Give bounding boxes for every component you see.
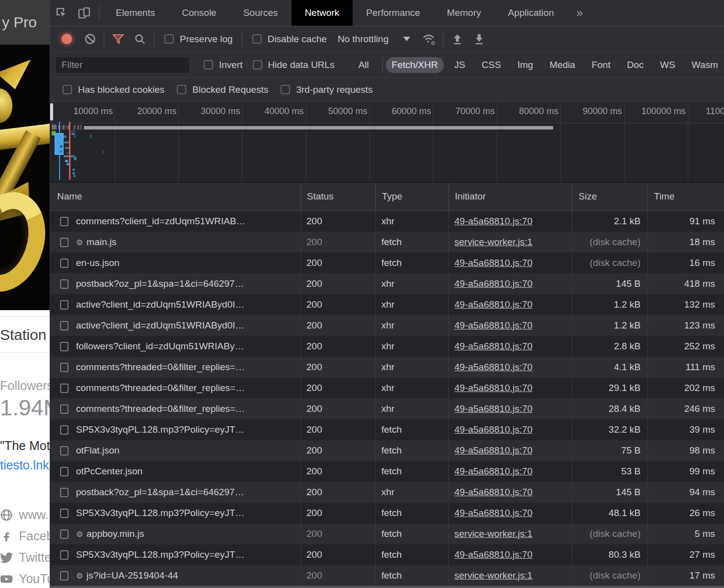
social-link-youtu[interactable]: YouTu xyxy=(0,568,50,588)
filter-type-media[interactable]: Media xyxy=(544,57,581,73)
table-row[interactable]: ⚙ js?id=UA-2519404-44 200 fetch service-… xyxy=(50,565,724,586)
filter-type-css[interactable]: CSS xyxy=(476,57,507,73)
throttling-select[interactable]: No throttling xyxy=(338,34,388,45)
tab-console[interactable]: Console xyxy=(168,0,230,26)
request-initiator-link[interactable]: 49-a5a68810.js:70 xyxy=(454,299,532,310)
table-row[interactable]: ⚙ en-us.json 200 fetch 49-a5a68810.js:70… xyxy=(50,253,724,273)
request-initiator-link[interactable]: service-worker.js:1 xyxy=(454,237,532,248)
request-initiator-link[interactable]: 49-a5a68810.js:70 xyxy=(454,549,532,560)
filter-type-ws[interactable]: WS xyxy=(654,57,681,73)
filter-type-img[interactable]: Img xyxy=(511,57,539,73)
tab-elements[interactable]: Elements xyxy=(102,0,168,26)
import-har-icon[interactable] xyxy=(446,30,468,48)
column-header-time[interactable]: Time xyxy=(648,183,724,210)
row-checkbox[interactable] xyxy=(60,571,69,581)
row-checkbox[interactable] xyxy=(60,404,69,414)
row-checkbox[interactable] xyxy=(60,321,69,330)
request-initiator-link[interactable]: 49-a5a68810.js:70 xyxy=(454,487,532,498)
table-row[interactable]: ⚙ comments?threaded=0&filter_replies=… 2… xyxy=(50,378,724,398)
table-row[interactable]: ⚙ active?client_id=zdUqm51WRIAByd0I… 200… xyxy=(50,315,724,336)
table-row[interactable]: ⚙ otPcCenter.json 200 fetch 49-a5a68810.… xyxy=(50,461,724,482)
hide-data-urls-checkbox[interactable] xyxy=(253,60,262,69)
request-initiator-link[interactable]: 49-a5a68810.js:70 xyxy=(454,466,532,477)
request-initiator-link[interactable]: 49-a5a68810.js:70 xyxy=(454,320,532,331)
chevron-down-icon[interactable] xyxy=(403,37,410,41)
filter-type-all[interactable]: All xyxy=(353,57,375,73)
column-header-initiator[interactable]: Initiator xyxy=(448,183,572,210)
filter-input[interactable] xyxy=(55,57,190,73)
request-initiator-link[interactable]: 49-a5a68810.js:70 xyxy=(454,258,532,268)
social-link-twitte[interactable]: Twitte xyxy=(0,547,50,568)
column-header-status[interactable]: Status xyxy=(300,183,375,210)
table-row[interactable]: ⚙ followers?client_id=zdUqm51WRIABy… 200… xyxy=(50,336,724,357)
network-conditions-icon[interactable]: ⚙ xyxy=(418,30,440,48)
invert-checkbox[interactable] xyxy=(204,60,213,69)
table-row[interactable]: ⚙ appboy.min.js 200 fetch service-worker… xyxy=(50,523,724,544)
row-checkbox[interactable] xyxy=(60,488,69,497)
column-header-type[interactable]: Type xyxy=(375,183,448,210)
row-checkbox[interactable] xyxy=(60,529,69,539)
table-row[interactable]: ⚙ postback?oz_pl=1&spa=1&ci=646297… 200 … xyxy=(50,482,724,503)
social-link-www[interactable]: www. xyxy=(0,504,50,525)
tab-sources[interactable]: Sources xyxy=(230,0,291,26)
column-header-name[interactable]: Name xyxy=(50,183,300,210)
table-row[interactable]: ⚙ SP5X3v3tyqPL.128.mp3?Policy=eyJT… 200 … xyxy=(50,544,724,565)
row-checkbox[interactable] xyxy=(60,363,69,372)
table-row[interactable]: ⚙ SP5X3v3tyqPL.128.mp3?Policy=eyJT… 200 … xyxy=(50,503,724,523)
tab-performance[interactable]: Performance xyxy=(353,0,434,26)
timeline-overview[interactable]: 10000 ms20000 ms30000 ms40000 ms50000 ms… xyxy=(50,102,724,183)
export-har-icon[interactable] xyxy=(468,30,490,48)
request-initiator-link[interactable]: 49-a5a68810.js:70 xyxy=(454,383,532,393)
table-row[interactable]: ⚙ comments?client_id=zdUqm51WRIAB… 200 x… xyxy=(50,211,724,232)
disable-cache-checkbox[interactable] xyxy=(252,34,262,44)
table-row[interactable]: ⚙ comments?threaded=0&filter_replies=… 2… xyxy=(50,357,724,378)
request-initiator-link[interactable]: 49-a5a68810.js:70 xyxy=(454,508,532,519)
inspect-element-icon[interactable] xyxy=(50,0,73,26)
table-row[interactable]: ⚙ comments?threaded=0&filter_replies=… 2… xyxy=(50,398,724,419)
row-checkbox[interactable] xyxy=(60,425,69,435)
column-header-size[interactable]: Size xyxy=(572,183,648,210)
has-blocked-cookies-checkbox[interactable] xyxy=(63,85,72,94)
3rd-party-requests-checkbox[interactable] xyxy=(281,85,290,94)
tab-network[interactable]: Network xyxy=(291,0,353,26)
request-initiator-link[interactable]: 49-a5a68810.js:70 xyxy=(454,341,532,352)
row-checkbox[interactable] xyxy=(60,342,69,351)
row-checkbox[interactable] xyxy=(60,217,69,226)
filter-type-js[interactable]: JS xyxy=(448,57,471,73)
request-initiator-link[interactable]: 49-a5a68810.js:70 xyxy=(454,424,532,435)
profile-link[interactable]: tiesto.lnk xyxy=(0,458,50,472)
row-checkbox[interactable] xyxy=(60,550,69,560)
more-tabs-button[interactable]: » xyxy=(568,0,592,26)
table-row[interactable]: ⚙ main.js 200 fetch service-worker.js:1 … xyxy=(50,232,724,253)
request-initiator-link[interactable]: 49-a5a68810.js:70 xyxy=(454,362,532,373)
blocked-requests-checkbox[interactable] xyxy=(177,85,186,94)
request-initiator-link[interactable]: 49-a5a68810.js:70 xyxy=(454,445,532,456)
device-toolbar-icon[interactable] xyxy=(73,0,96,26)
search-icon[interactable] xyxy=(129,30,151,48)
table-row[interactable]: ⚙ otFlat.json 200 fetch 49-a5a68810.js:7… xyxy=(50,440,724,461)
filter-type-fetchxhr[interactable]: Fetch/XHR xyxy=(386,57,444,73)
table-row[interactable]: ⚙ postback?oz_pl=1&spa=1&ci=646297… 200 … xyxy=(50,273,724,294)
filter-icon[interactable] xyxy=(107,30,129,48)
table-row[interactable]: ⚙ active?client_id=zdUqm51WRIAByd0I… 200… xyxy=(50,294,724,315)
social-link-faceb[interactable]: Faceb xyxy=(0,525,50,547)
row-checkbox[interactable] xyxy=(60,259,69,268)
tab-application[interactable]: Application xyxy=(495,0,568,26)
request-initiator-link[interactable]: 49-a5a68810.js:70 xyxy=(454,278,532,289)
request-initiator-link[interactable]: service-worker.js:1 xyxy=(454,570,532,581)
record-button[interactable] xyxy=(62,34,72,44)
tab-memory[interactable]: Memory xyxy=(434,0,495,26)
row-checkbox[interactable] xyxy=(60,384,69,393)
request-initiator-link[interactable]: 49-a5a68810.js:70 xyxy=(454,216,532,227)
row-checkbox[interactable] xyxy=(60,467,69,476)
clear-icon[interactable] xyxy=(79,30,101,48)
row-checkbox[interactable] xyxy=(60,509,69,518)
preserve-log-checkbox[interactable] xyxy=(164,34,174,44)
filter-type-doc[interactable]: Doc xyxy=(621,57,650,73)
request-initiator-link[interactable]: service-worker.js:1 xyxy=(454,528,532,539)
row-checkbox[interactable] xyxy=(60,300,69,310)
row-checkbox[interactable] xyxy=(60,446,69,456)
row-checkbox[interactable] xyxy=(60,279,69,289)
row-checkbox[interactable] xyxy=(60,238,69,247)
filter-type-wasm[interactable]: Wasm xyxy=(686,57,724,73)
